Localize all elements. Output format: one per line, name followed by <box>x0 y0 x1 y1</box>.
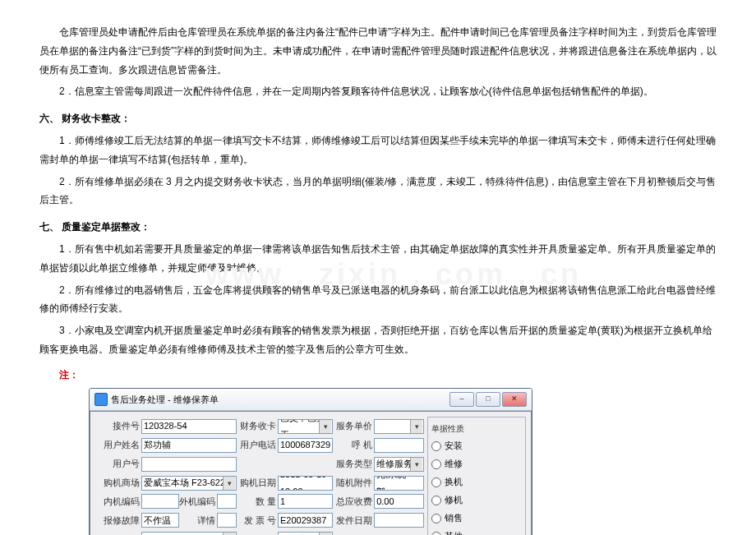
field-card[interactable]: 已交卡已完工 <box>278 419 333 434</box>
lbl-outer: 外机编码 <box>179 493 217 510</box>
doc-p3: 1．师傅维修竣工后无法结算的单据一律填写交卡不结算，师傅维修竣工后可以结算但因某… <box>39 131 717 169</box>
window-title: 售后业务处理 - 维修保养单 <box>111 391 219 408</box>
form-left-column: 接件号120328-54 用户姓名郑功辅 用户号 购机商场爱威宝本场 F23-6… <box>95 417 237 535</box>
radio-sale[interactable]: 销售 <box>431 510 522 527</box>
lbl-brand: 购机商场 <box>95 474 141 491</box>
field-rate[interactable]: 0.00 <box>374 494 424 509</box>
lbl-fault: 报修故障 <box>95 512 141 529</box>
lbl-inner: 内机编码 <box>95 493 141 510</box>
lbl-srv: 服务类型 <box>336 455 374 473</box>
field-outer[interactable] <box>217 494 237 509</box>
close-window-button[interactable]: ✕ <box>502 392 527 407</box>
minimize-button[interactable]: – <box>449 392 474 407</box>
field-no[interactable]: 120328-54 <box>141 419 237 434</box>
field-invno[interactable]: E20029387 <box>278 513 333 528</box>
lbl-accomp: 随机附件 <box>336 474 374 491</box>
radio-other[interactable]: 其他 <box>431 528 522 535</box>
radio-install[interactable]: 安装 <box>431 438 522 454</box>
lbl-rate: 总应收费 <box>336 493 374 510</box>
section-7-title: 七、 质量鉴定单据整改： <box>39 218 717 237</box>
form-right-column: 单据性质 安装 维修 换机 修机 销售 其他 服务人员列表 姓名 <box>427 417 526 535</box>
radio-exchange[interactable]: 换机 <box>431 474 522 491</box>
field-sendd[interactable] <box>374 513 424 528</box>
lbl-type: 机器类型 <box>95 531 141 535</box>
field-num[interactable]: 1 <box>278 494 333 509</box>
maximize-button[interactable]: □ <box>476 392 500 407</box>
lbl-hp: 呼 机 <box>336 436 374 454</box>
doc-p5: 1．所有售中机如若需要开具质量鉴定的单据一律需将该单据告知售后技术主管，由其确定… <box>39 240 717 278</box>
field-userno[interactable] <box>141 457 237 472</box>
field-srv[interactable]: 维修服务 <box>374 457 424 472</box>
lbl-num: 数 量 <box>240 493 278 510</box>
field-brand[interactable]: 爱威宝本场 F23-622 <box>141 476 237 491</box>
form-third-column: 服务单价 呼 机 服务类型维修服务 随机附件无,系统一部 总应收费0.00 发件… <box>336 417 424 535</box>
field-store[interactable]: 同福店 <box>278 532 333 535</box>
order-nature-group: 单据性质 安装 维修 换机 修机 销售 其他 <box>427 417 526 535</box>
doc-p7: 3．小家电及空调室内机开据质量鉴定单时必须有顾客的销售发票为根据，否则拒绝开据，… <box>39 321 717 359</box>
doc-p6: 2．所有维修过的电器销售后，五金仓库将提供顾客的销售单号及已派送电器的机身条码，… <box>39 281 717 319</box>
field-fault2[interactable] <box>217 513 237 528</box>
lbl-userno: 用户号 <box>95 455 141 473</box>
order-nature-title: 单据性质 <box>431 421 522 436</box>
field-bdate[interactable]: 2011-05-19 12:00 <box>278 476 333 491</box>
repair-form-window: 售后业务处理 - 维修保养单 – □ ✕ 接件号120328-54 用户姓名郑功… <box>89 388 532 535</box>
field-accomp[interactable]: 无,系统一部 <box>374 476 424 491</box>
lbl-card: 财务收卡 <box>240 417 278 435</box>
doc-p1: 仓库管理员处申请配件后由仓库管理员在系统单据的备注内备注“配件已申请”字样为主。… <box>39 23 717 79</box>
lbl-fault2: 详情 <box>179 512 217 529</box>
lbl-price: 服务单价 <box>336 417 374 435</box>
window-titlebar: 售后业务处理 - 维修保养单 – □ ✕ <box>90 389 532 412</box>
lbl-sendd: 发件日期 <box>336 512 374 529</box>
field-user[interactable]: 郑功辅 <box>141 438 237 453</box>
radio-fix[interactable]: 修机 <box>431 492 522 509</box>
lbl-store: 维修地点 <box>240 531 278 535</box>
field-price[interactable] <box>374 419 424 434</box>
doc-p2: 2．信息室主管需每周跟进一次配件待件信息，并在一定周期内答复顾客待件信息状况，让… <box>39 82 717 101</box>
lbl-tel: 用户电话 <box>240 436 278 454</box>
field-hp[interactable] <box>374 438 424 453</box>
app-icon <box>94 393 108 406</box>
doc-p4: 2．所有维修单据必须在 3 月之内提交财务收卡状态，当月的单据明细(催装/修，满… <box>39 173 717 210</box>
note-label: 注： <box>59 366 717 385</box>
form-mid-column: 财务收卡已交卡已完工 用户电话1000687329 购机日期2011-05-19… <box>240 417 333 535</box>
lbl-no: 接件号 <box>95 417 141 435</box>
radio-repair[interactable]: 维修 <box>431 456 522 473</box>
section-6-title: 六、 财务收卡整改： <box>39 109 717 128</box>
lbl-invno: 发 票 号 <box>240 512 278 529</box>
field-type[interactable]: 固定类型:空调:挂式 <box>141 532 237 535</box>
field-tel[interactable]: 1000687329 <box>278 438 333 453</box>
lbl-bdate: 购机日期 <box>240 474 278 491</box>
field-inner[interactable] <box>141 494 179 509</box>
field-fault[interactable]: 不作温 <box>141 513 179 528</box>
lbl-user: 用户姓名 <box>95 436 141 454</box>
